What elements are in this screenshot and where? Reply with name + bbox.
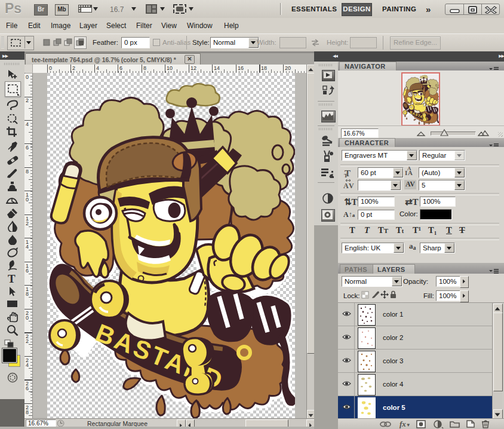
svg-text:T: T <box>8 273 16 284</box>
